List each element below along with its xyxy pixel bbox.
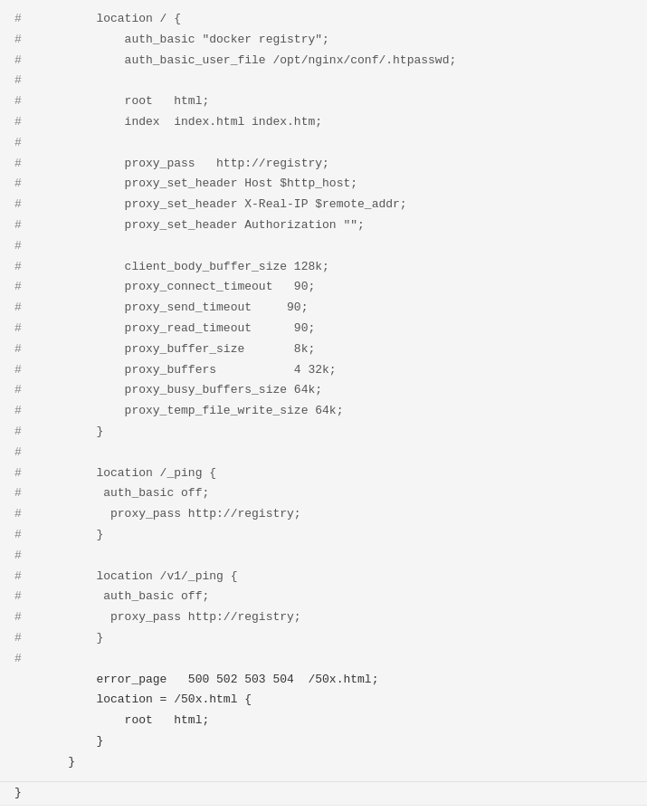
code-line: # proxy_send_timeout 90; [0, 298, 647, 319]
hash-symbol: # [14, 92, 33, 111]
line-content-text: error_page 500 502 503 504 /50x.html; [40, 671, 378, 690]
note-section: 这里要说明两个地方：proxy_set_header X-Forwarded-P… [0, 805, 647, 812]
hash-symbol: # [14, 134, 33, 153]
hash-symbol: # [14, 444, 33, 463]
hash-symbol: # [14, 320, 33, 339]
line-content-text: } [40, 423, 103, 442]
code-line: # auth_basic off; [0, 587, 647, 607]
code-line: # proxy_set_header Authorization ""; [0, 215, 647, 236]
line-content-text: proxy_send_timeout 90; [40, 299, 308, 318]
line-content-text: proxy_pass http://registry; [40, 608, 301, 627]
hash-symbol: # [14, 547, 33, 566]
line-content-text: location = /50x.html { [40, 691, 252, 710]
code-line: # proxy_busy_buffers_size 64k; [0, 380, 647, 401]
hash-symbol: # [14, 196, 33, 215]
line-content-text: proxy_pass http://registry; [40, 155, 329, 174]
code-line: root html; [0, 711, 647, 731]
code-line: } [0, 731, 647, 752]
line-content-text: proxy_buffers 4 32k; [40, 361, 337, 380]
code-line: # } [0, 628, 647, 649]
code-line: # [0, 546, 647, 567]
hash-symbol: # [14, 608, 33, 627]
hash-symbol: # [14, 175, 33, 194]
hash-symbol: # [14, 484, 33, 503]
line-content-text: index index.html index.htm; [40, 113, 322, 132]
hash-symbol: # [14, 402, 33, 421]
code-line: } [0, 752, 647, 773]
closing-brace-line: } [0, 782, 647, 805]
line-content-text: client_body_buffer_size 128k; [40, 258, 329, 277]
hash-symbol: # [14, 526, 33, 545]
line-content-text: proxy_set_header X-Real-IP $remote_addr; [40, 196, 407, 215]
code-block: # location / {# auth_basic "docker regis… [0, 0, 647, 782]
hash-symbol: # [14, 629, 33, 648]
code-line: # proxy_set_header Host $http_host; [0, 174, 647, 195]
line-content-text: proxy_temp_file_write_size 64k; [40, 402, 343, 421]
code-line: # proxy_pass http://registry; [0, 504, 647, 525]
code-line: # auth_basic off; [0, 483, 647, 504]
code-line: # location /_ping { [0, 463, 647, 484]
line-content-text: } [40, 526, 103, 545]
line-content-text: root html; [40, 92, 209, 111]
code-line: # proxy_temp_file_write_size 64k; [0, 401, 647, 422]
hash-symbol: # [14, 278, 33, 297]
code-line: # proxy_buffers 4 32k; [0, 360, 647, 381]
hash-symbol: # [14, 568, 33, 587]
line-content-text: proxy_connect_timeout 90; [40, 278, 315, 297]
code-line: # proxy_pass http://registry; [0, 154, 647, 175]
code-line: # proxy_pass http://registry; [0, 607, 647, 628]
code-line: # location / { [0, 9, 647, 30]
code-line: # index index.html index.htm; [0, 112, 647, 133]
code-line: # auth_basic "docker registry"; [0, 30, 647, 51]
hash-symbol: # [14, 155, 33, 174]
code-line: # auth_basic_user_file /opt/nginx/conf/.… [0, 51, 647, 72]
hash-symbol: # [14, 361, 33, 380]
code-line: # location /v1/_ping { [0, 567, 647, 588]
code-line: # proxy_connect_timeout 90; [0, 277, 647, 298]
line-content-text: proxy_set_header Authorization ""; [40, 216, 365, 235]
line-content-text: location / { [40, 10, 181, 29]
code-line: # [0, 71, 647, 91]
line-content-text: auth_basic off; [40, 484, 209, 503]
line-content-text: proxy_buffer_size 8k; [40, 340, 315, 359]
hash-symbol: # [14, 113, 33, 132]
code-line: # } [0, 422, 647, 443]
hash-symbol: # [14, 505, 33, 524]
line-content-text: proxy_read_timeout 90; [40, 320, 315, 339]
code-line: # [0, 133, 647, 154]
line-content-text: location /_ping { [40, 464, 216, 483]
code-line: # proxy_set_header X-Real-IP $remote_add… [0, 195, 647, 215]
line-content-text: } [40, 753, 75, 772]
hash-symbol: # [14, 31, 33, 50]
line-content-text: proxy_pass http://registry; [40, 505, 301, 524]
hash-symbol: # [14, 381, 33, 400]
hash-symbol: # [14, 588, 33, 607]
code-line: # root html; [0, 91, 647, 112]
line-content-text: } [40, 732, 103, 751]
code-line: # proxy_read_timeout 90; [0, 319, 647, 339]
line-content-text: proxy_busy_buffers_size 64k; [40, 381, 322, 400]
code-line: # [0, 236, 647, 257]
line-content-text: auth_basic_user_file /opt/nginx/conf/.ht… [40, 52, 456, 71]
line-content-text: auth_basic "docker registry"; [40, 31, 329, 50]
hash-symbol: # [14, 237, 33, 256]
hash-symbol: # [14, 423, 33, 442]
line-content-text: } [40, 629, 103, 648]
line-content-text: root html; [40, 712, 209, 731]
hash-symbol: # [14, 340, 33, 359]
hash-symbol: # [14, 72, 33, 91]
code-line: # [0, 649, 647, 670]
line-content-text: proxy_set_header Host $http_host; [40, 175, 357, 194]
line-content-text: location /v1/_ping { [40, 568, 237, 587]
closing-brace-text: } [14, 786, 22, 799]
code-line: # [0, 443, 647, 463]
code-line: location = /50x.html { [0, 690, 647, 711]
hash-symbol: # [14, 52, 33, 71]
code-line: # client_body_buffer_size 128k; [0, 257, 647, 278]
hash-symbol: # [14, 216, 33, 235]
code-line: # proxy_buffer_size 8k; [0, 339, 647, 360]
hash-symbol: # [14, 299, 33, 318]
line-content-text: auth_basic off; [40, 588, 209, 607]
code-line: error_page 500 502 503 504 /50x.html; [0, 670, 647, 691]
hash-symbol: # [14, 258, 33, 277]
